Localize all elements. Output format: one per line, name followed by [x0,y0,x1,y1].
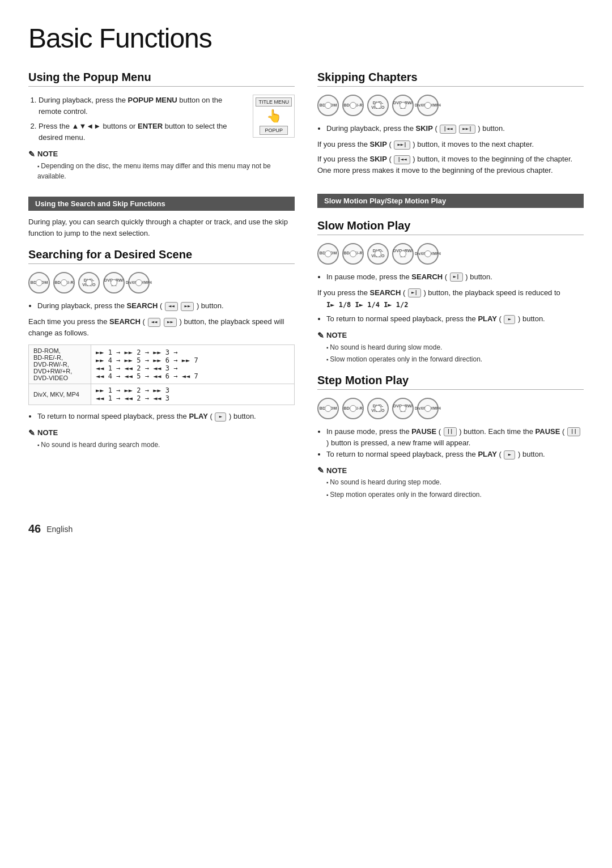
searching-para-2: Each time you press the SEARCH ( ◄◄ ►► )… [28,316,295,339]
step-disc-divx: DivX/MKV/MP4 [417,398,439,419]
searching-bullets: During playback, press the SEARCH ( ◄◄ ►… [28,300,295,312]
step-pause-btn2: || [567,427,580,436]
slow-motion-disc-icons: BD-ROM BD-RE/-R DVD-VIDEO DVD±RW/±R DivX… [317,243,584,265]
skipping-bullets: During playback, press the SKIP ( |◄◄ ►►… [317,123,584,134]
step-return-item: To return to normal speed playback, pres… [326,449,584,460]
popup-note: NOTE Depending on the disc, the menu ite… [28,150,295,182]
step-disc-bdrom: BD-ROM [317,398,339,419]
popup-bold-1: POPUP MENU [128,96,177,104]
step-motion-title: Step Motion Play [317,374,584,390]
disc-icon-divx: DivX/MKV/MP4 [128,272,150,293]
step-disc-dvdrw: DVD±RW/±R [392,398,414,419]
disc-icon-dvdrw: DVD±RW/±R [103,272,125,293]
slow-motion-title: Slow Motion Play [317,219,584,235]
page-title: Basic Functions [28,23,584,54]
search-table-row-1: BD-ROM,BD-RE/-R,DVD-RW/-R,DVD+RW/+R,DVD-… [29,345,295,384]
popup-menu-title: Using the Popup Menu [28,71,295,87]
page-number: 46 [28,522,41,535]
slow-note-item-1: No sound is heard during slow mode. [326,342,584,353]
search-skip-description: During play, you can search quickly thro… [28,216,295,239]
popup-note-label: NOTE [28,150,295,159]
search-table-disc-2: DivX, MKV, MP4 [29,384,91,405]
searching-return-item: To return to normal speed playback, pres… [37,411,295,422]
slow-note-list: No sound is heard during slow mode. Slow… [317,342,584,365]
step-note-item-1: No sound is heard during step mode. [326,477,584,488]
skipping-title: Skipping Chapters [317,71,584,87]
disc-icon-dvdvideo: DVD-VIDEO [78,272,100,293]
skip-fwd2: ►►| [394,141,410,150]
slow-disc-dvdvideo: DVD-VIDEO [367,243,389,265]
slow-motion-para-1: If you press the SEARCH ( ►| ) button, t… [317,287,584,299]
search-table-row-2: DivX, MKV, MP4 ►► 1 → ►► 2 → ►► 3◄◄ 1 → … [29,384,295,405]
skipping-para-2: If you press the SKIP ( |◄◄ ) button, it… [317,154,584,176]
skip-disc-dvdrw: DVD±RW/±R [392,95,414,116]
step-note-item-2: Step motion operates only in the forward… [326,490,584,500]
searching-title: Searching for a Desired Scene [28,248,295,264]
search-skip-header: Using the Search and Skip Functions [28,197,295,211]
step-motion-note: NOTE No sound is heard during step mode.… [317,466,584,500]
slow-play-btn: ► [504,315,515,324]
step-motion-bullet-1: In pause mode, press the PAUSE ( || ) bu… [326,426,584,449]
disc-icon-bdrer: BD-RE/-R [53,272,75,293]
skip-disc-divx: DivX/MKV/MP4 [417,95,439,116]
page-footer: 46 English [28,522,584,535]
slow-disc-dvdrw: DVD±RW/±R [392,243,414,265]
slow-search-btn: ►| [450,273,463,282]
disc-icon-bdrom: BD-ROM [28,272,50,293]
search-table-speeds-1: ►► 1 → ►► 2 → ►► 3 →►► 4 → ►► 5 → ►► 6 →… [91,345,295,384]
searching-note-item-1: No sound is heard during search mode. [37,440,295,450]
searching-return-bullet: To return to normal speed playback, pres… [28,411,295,422]
search-table-speeds-2: ►► 1 → ►► 2 → ►► 3◄◄ 1 → ◄◄ 2 → ◄◄ 3 [91,384,295,405]
title-menu-label: TITLE MENU [256,97,292,107]
search-btn-right2: ►► [164,318,177,327]
searching-bullet-1: During playback, press the SEARCH ( ◄◄ ►… [37,300,295,312]
step-play-btn: ► [504,450,515,459]
slow-disc-bdrer: BD-RE/-R [342,243,364,265]
right-column: Skipping Chapters BD-ROM BD-RE/-R DVD-VI… [317,71,584,505]
slow-disc-divx: DivX/MKV/MP4 [417,243,439,265]
search-table-disc-1: BD-ROM,BD-RE/-R,DVD-RW/-R,DVD+RW/+R,DVD-… [29,345,91,384]
slow-step-header: Slow Motion Play/Step Motion Play [317,194,584,208]
skipping-para-1: If you press the SKIP ( ►►| ) button, it… [317,139,584,150]
popup-hand-icon: 👆 [266,109,282,124]
step-disc-dvdvideo: DVD-VIDEO [367,398,389,419]
slow-motion-note: NOTE No sound is heard during slow mode.… [317,331,584,365]
slow-disc-bdrom: BD-ROM [317,243,339,265]
slow-motion-return: To return to normal speed playback, pres… [317,313,584,325]
popup-menu-section: TITLE MENU 👆 POPUP During playback, pres… [28,95,295,188]
slow-note-item-2: Slow motion operates only in the forward… [326,354,584,365]
popup-bold-2: ENTER [138,122,163,130]
search-speed-table: BD-ROM,BD-RE/-R,DVD-RW/-R,DVD+RW/+R,DVD-… [28,344,295,405]
skip-disc-bdrom: BD-ROM [317,95,339,116]
search-btn-left: ◄◄ [165,302,178,311]
search-btn-right: ►► [181,302,194,311]
skip-disc-dvdvideo: DVD-VIDEO [367,95,389,116]
remote-buttons-image: TITLE MENU 👆 POPUP [253,95,295,138]
step-disc-bdrer: BD-RE/-R [342,398,364,419]
skipping-bullet-1: During playback, press the SKIP ( |◄◄ ►►… [326,123,584,134]
search-btn-left2: ◄◄ [148,318,161,327]
step-motion-bullets: In pause mode, press the PAUSE ( || ) bu… [317,426,584,460]
slow-search-btn2: ►| [408,288,421,297]
left-column: Using the Popup Menu TITLE MENU 👆 POPUP … [28,71,295,505]
slow-motion-speeds: I► 1/8 I► 1/4 I► 1/2 [317,300,584,310]
popup-note-item-1: Depending on the disc, the menu items ma… [37,161,295,182]
popup-label: POPUP [260,126,288,135]
searching-note-label: NOTE [28,428,295,437]
step-note-list: No sound is heard during step mode. Step… [317,477,584,500]
popup-note-list: Depending on the disc, the menu items ma… [28,161,295,182]
play-btn-search: ► [215,412,226,422]
skip-back2: |◄◄ [394,155,410,164]
slow-return-item: To return to normal speed playback, pres… [326,313,584,325]
page-language: English [46,525,73,534]
skip-btn-fwd: ►►| [459,125,475,134]
slow-motion-bullet-1: In pause mode, press the SEARCH ( ►| ) b… [326,271,584,283]
step-pause-btn: || [444,427,457,436]
step-motion-disc-icons: BD-ROM BD-RE/-R DVD-VIDEO DVD±RW/±R DivX… [317,398,584,419]
skip-disc-bdrer: BD-RE/-R [342,95,364,116]
searching-note-list: No sound is heard during search mode. [28,440,295,450]
slow-motion-bullets: In pause mode, press the SEARCH ( ►| ) b… [317,271,584,283]
searching-disc-icons: BD-ROM BD-RE/-R DVD-VIDEO DVD±RW/±R DivX… [28,272,295,293]
step-note-label: NOTE [317,466,584,475]
slow-note-label: NOTE [317,331,584,340]
